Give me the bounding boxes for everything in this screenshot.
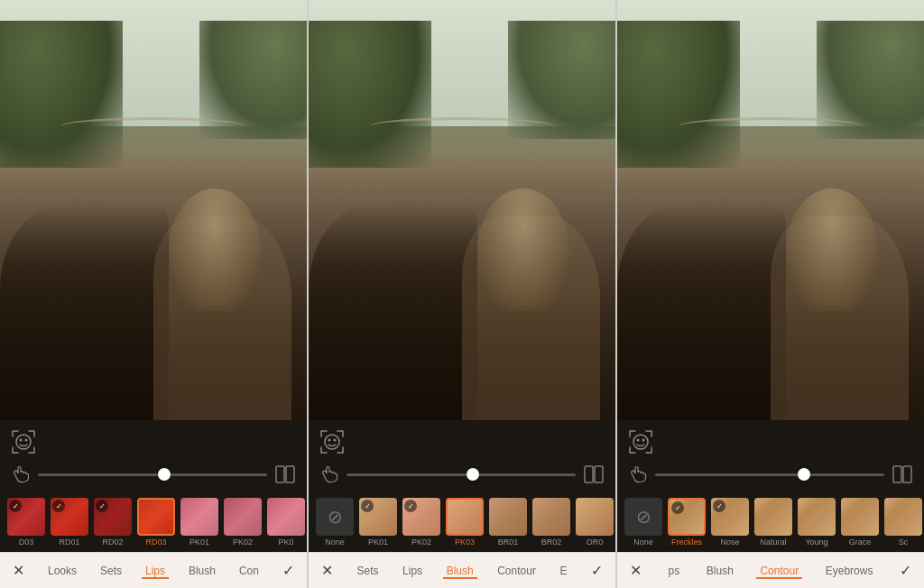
toolbar-item-sets[interactable]: Sets (354, 563, 383, 579)
filter-label-freckles: Freckles (671, 537, 702, 547)
hair-light (477, 188, 569, 311)
intensity-slider[interactable] (346, 473, 576, 476)
face-icon-row (11, 427, 296, 456)
toolbar-item-lips[interactable]: Lips (142, 563, 169, 579)
filter-item-nose[interactable]: ✓Nose (711, 498, 749, 547)
filter-item-sc[interactable]: Sc (884, 498, 922, 547)
toolbar-item-e[interactable]: E (556, 563, 570, 579)
filter-item-br02[interactable]: BR02 (532, 498, 570, 547)
svg-point-0 (16, 435, 31, 449)
split-compare-icon[interactable] (583, 464, 605, 485)
filter-check-mark: ✓ (361, 500, 374, 512)
toolbar-item-ps[interactable]: ps (665, 563, 684, 579)
svg-rect-8 (585, 466, 593, 482)
people-area (309, 147, 615, 420)
toolbar-item-sets[interactable]: Sets (97, 563, 125, 579)
filter-item-rd01[interactable]: ✓RD01 (51, 498, 88, 547)
filter-item-freckles[interactable]: ✓Freckles (668, 498, 706, 547)
face-detection-icon (11, 429, 36, 455)
filter-item-none[interactable]: ⊘None (316, 498, 354, 547)
hand-tool-icon (628, 464, 648, 484)
toolbar-item-con[interactable]: Con (236, 563, 263, 579)
cancel-button[interactable]: ✕ (318, 560, 337, 581)
confirm-button[interactable]: ✓ (896, 560, 915, 581)
svg-point-6 (328, 439, 331, 442)
filter-item-pk02[interactable]: ✓PK02 (402, 498, 440, 547)
filter-label-br01: BR01 (498, 537, 519, 547)
photo-area (617, 0, 924, 420)
toolbar-item-contour[interactable]: Contour (494, 563, 540, 579)
filter-thumb-rd01: ✓ (51, 498, 88, 536)
cancel-button[interactable]: ✕ (9, 560, 28, 581)
filter-thumb-natural (754, 498, 792, 536)
filter-check-mark: ✓ (404, 500, 417, 512)
bottom-toolbar: ✕SetsLipsBlushContourE✓ (309, 552, 615, 588)
cancel-button[interactable]: ✕ (626, 560, 645, 581)
confirm-button[interactable]: ✓ (587, 560, 606, 581)
tree-left (617, 21, 740, 168)
filter-thumb-pk01: ✓ (359, 498, 397, 536)
filter-label-grace: Grace (849, 537, 872, 547)
photo-area (0, 0, 307, 420)
filter-item-rd02[interactable]: ✓RD02 (94, 498, 132, 547)
toolbar-item-looks[interactable]: Looks (44, 563, 80, 579)
filter-check-mark: ✓ (96, 500, 108, 512)
filter-thumb-sc (884, 498, 922, 536)
toolbar-item-eyebrows[interactable]: Eyebrows (822, 563, 877, 579)
arch-bridge (61, 117, 245, 135)
toolbar-item-lips[interactable]: Lips (399, 563, 426, 579)
confirm-button[interactable]: ✓ (279, 560, 298, 581)
face-icon-row (628, 427, 913, 456)
filter-label-br02: BR02 (541, 537, 562, 547)
split-compare-icon[interactable] (892, 464, 913, 485)
filter-item-pk0x[interactable]: PK0 (267, 498, 305, 547)
filter-label-natural: Natural (760, 537, 786, 547)
toolbar-item-blush[interactable]: Blush (185, 563, 219, 579)
face-icon-row (319, 427, 605, 456)
filter-item-natural[interactable]: Natural (754, 498, 792, 547)
person-dark (309, 202, 477, 420)
tree-left (309, 21, 431, 168)
filter-label-pk02: PK02 (411, 537, 431, 547)
filter-item-rd03_prev[interactable]: ✓D03 (7, 498, 45, 547)
person-dark (617, 202, 786, 420)
toolbar-item-contour[interactable]: Contour (756, 563, 802, 579)
filter-label-pk02: PK02 (233, 537, 253, 547)
filter-item-br01[interactable]: BR01 (489, 498, 527, 547)
filter-label-young: Young (805, 537, 827, 547)
phone-panel-1: ✓D03✓RD01✓RD02RD03PK01PK02PK0✕LooksSetsL… (0, 0, 309, 588)
filter-label-none: None (633, 537, 653, 547)
filter-item-rd03[interactable]: RD03 (137, 498, 175, 547)
photo-background (0, 0, 307, 420)
filter-item-pk02[interactable]: PK02 (224, 498, 262, 547)
filter-item-pk03[interactable]: PK03 (446, 498, 484, 547)
filter-check-mark: ✓ (9, 500, 22, 512)
filter-item-none[interactable]: ⊘None (624, 498, 662, 547)
intensity-slider[interactable] (655, 473, 884, 476)
controls-area (309, 420, 615, 492)
intensity-slider[interactable] (38, 473, 267, 476)
filter-thumb-young (798, 498, 836, 536)
filter-item-young[interactable]: Young (798, 498, 836, 547)
filter-check-mark: ✓ (671, 501, 684, 514)
hair-light (786, 188, 878, 311)
filter-label-rd02: RD02 (102, 537, 123, 547)
filter-item-or0x[interactable]: OR0 (576, 498, 614, 547)
filter-item-pk01[interactable]: ✓PK01 (359, 498, 397, 547)
split-compare-icon[interactable] (274, 464, 296, 485)
toolbar-item-blush[interactable]: Blush (443, 563, 477, 579)
svg-rect-4 (286, 466, 294, 482)
app-container: ✓D03✓RD01✓RD02RD03PK01PK02PK0✕LooksSetsL… (0, 0, 924, 588)
filter-item-pk01[interactable]: PK01 (180, 498, 218, 547)
phone-panel-3: ⊘None✓Freckles✓NoseNaturalYoungGraceSc✕p… (617, 0, 924, 588)
filter-thumb-pk02: ✓ (402, 498, 440, 536)
filter-item-grace[interactable]: Grace (841, 498, 879, 547)
filter-label-nose: Nose (720, 537, 739, 547)
filter-label-pk01: PK01 (368, 537, 388, 547)
filters-row: ⊘None✓PK01✓PK02PK03BR01BR02OR0 (309, 492, 615, 552)
filter-thumb-none: ⊘ (316, 498, 354, 536)
toolbar-item-blush[interactable]: Blush (703, 563, 737, 579)
face-detection-icon (319, 429, 345, 455)
filter-thumb-br01 (489, 498, 527, 536)
filter-thumb-pk02 (224, 498, 262, 536)
